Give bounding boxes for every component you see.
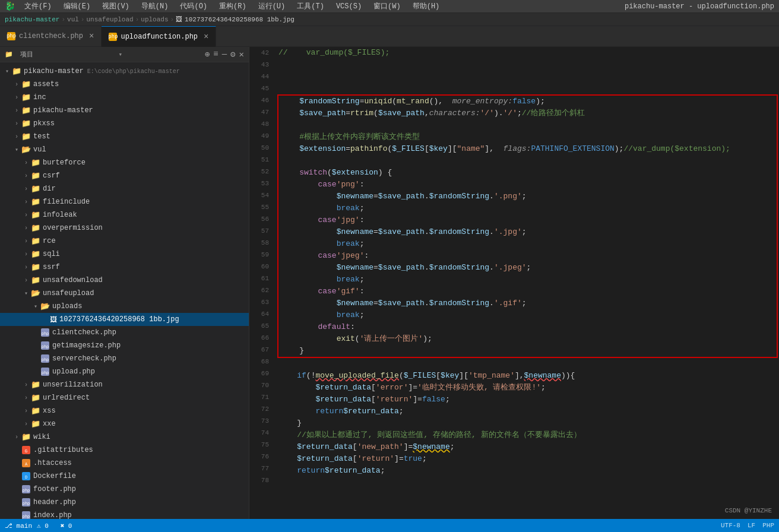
ln-75: 75 [254, 439, 269, 451]
menu-item-tools[interactable]: 工具(T) [294, 0, 327, 12]
menu-item-code[interactable]: 代码(O) [178, 0, 210, 12]
ln-49: 49 [254, 130, 269, 142]
tab-uploadfunction[interactable]: php uploadfunction.php × [102, 26, 216, 47]
tree-unsafeupload[interactable]: ▾ 📂 unsafeupload [0, 287, 249, 300]
tree-inc[interactable]: › 📁 inc [0, 91, 249, 104]
menu-item-view[interactable]: 视图(V) [100, 0, 132, 12]
ln-73: 73 [254, 415, 269, 427]
breadcrumb-file[interactable]: 🖼10273762436420258968 1bb.jpg [176, 15, 294, 23]
root-path: E:\code\php\pikachu-master [87, 68, 180, 75]
tree-unsafedownload[interactable]: › 📁 unsafedownload [0, 274, 249, 287]
menu-item-help[interactable]: 帮助(H) [410, 0, 442, 12]
tree-uploads[interactable]: ▾ 📂 uploads [0, 300, 249, 313]
menu-item-window[interactable]: 窗口(W) [371, 0, 403, 12]
test-label: test [33, 132, 50, 141]
tree-sqli[interactable]: › 📁 sqli [0, 248, 249, 261]
sqli-label: sqli [43, 250, 60, 258]
breadcrumb-root[interactable]: pikachu-master [5, 16, 59, 23]
settings-icon[interactable]: ⚙ [230, 49, 235, 59]
ln-42: 42 [254, 47, 269, 59]
tree-index[interactable]: › php index.php [0, 509, 249, 519]
new-file-icon[interactable]: ⊕ [205, 49, 210, 59]
tree-pkxss[interactable]: › 📁 pkxss [0, 117, 249, 130]
breadcrumb-vul[interactable]: vul [67, 16, 79, 23]
tree-wiki[interactable]: › 📁 wiki [0, 430, 249, 444]
xss-label: xss [43, 407, 56, 415]
tree-footer[interactable]: › php footer.php [0, 483, 249, 496]
tree-test[interactable]: › 📁 test [0, 130, 249, 143]
tree-csrf[interactable]: › 📁 csrf [0, 169, 249, 182]
burteforce-label: burteforce [43, 159, 86, 167]
dir-arrow: › [21, 186, 31, 192]
tree-gitattributes[interactable]: › G .gitattributes [0, 444, 249, 457]
minimize-icon[interactable]: ✕ [239, 49, 244, 59]
editor-area[interactable]: 42 43 44 45 46 47 48 49 50 51 52 53 54 5… [249, 47, 779, 519]
code-line-67: } [278, 345, 777, 357]
tree-fileinclude[interactable]: › 📁 fileinclude [0, 195, 249, 208]
code-line-43 [276, 59, 779, 71]
tree-htaccess[interactable]: › A .htaccess [0, 457, 249, 470]
collapse-icon[interactable]: — [222, 49, 227, 59]
tree-pikachu-master[interactable]: › 📁 pikachu-master [0, 104, 249, 117]
tree-unserilization[interactable]: › 📁 unserilization [0, 378, 249, 391]
tree-rce[interactable]: › 📁 rce [0, 235, 249, 248]
tree-xss[interactable]: › 📁 xss [0, 404, 249, 417]
getimagesize-icon: php [40, 341, 50, 350]
htaccess-label: .htaccess [33, 459, 72, 467]
bottom-git: ⎇ main [5, 522, 32, 530]
tree-xxe[interactable]: › 📁 xxe [0, 417, 249, 430]
unserilization-folder-icon: 📁 [31, 380, 40, 390]
tree-getimagesize[interactable]: › php getimagesize.php [0, 339, 249, 352]
tree-vul[interactable]: ▾ 📂 vul [0, 143, 249, 156]
tree-upload[interactable]: › php upload.php [0, 365, 249, 378]
menu-item-file[interactable]: 文件(F) [22, 0, 54, 12]
breadcrumb-unsafeupload[interactable]: unsafeupload [86, 16, 133, 23]
tree-clientcheck[interactable]: › php clientcheck.php [0, 326, 249, 339]
fileinclude-arrow: › [21, 199, 31, 205]
code-line-48 [278, 119, 777, 131]
tree-dir[interactable]: › 📁 dir [0, 182, 249, 195]
menu-item-run[interactable]: 运行(U) [256, 0, 288, 12]
svg-text:G: G [25, 448, 28, 454]
tree-infoleak[interactable]: › 📁 infoleak [0, 208, 249, 221]
tree-jpg-file[interactable]: › 🖼 10273762436420258968 1bb.jpg [0, 313, 249, 326]
menu-item-refactor[interactable]: 重构(R) [217, 0, 249, 12]
tree-assets[interactable]: › 📁 assets [0, 78, 249, 91]
ln-59: 59 [254, 249, 269, 261]
unsafedownload-folder-icon: 📁 [31, 276, 40, 285]
new-folder-icon[interactable]: ≡ [213, 49, 218, 59]
breadcrumb-uploads[interactable]: uploads [141, 16, 168, 23]
tab-clientcheck[interactable]: php clientcheck.php × [0, 26, 102, 47]
tab-uploadfunction-close[interactable]: × [204, 32, 208, 42]
rce-arrow: › [21, 238, 31, 245]
tree-burteforce[interactable]: › 📁 burteforce [0, 156, 249, 169]
tree-dockerfile[interactable]: › D Dockerfile [0, 470, 249, 483]
urlredirect-label: urlredirect [43, 394, 90, 402]
ln-76: 76 [254, 451, 269, 463]
menu-item-vcs[interactable]: VCS(S) [334, 1, 364, 12]
menu-item-nav[interactable]: 导航(N) [139, 0, 171, 12]
tree-ssrf[interactable]: › 📁 ssrf [0, 261, 249, 274]
pkxss-arrow: › [12, 121, 21, 127]
ln-61: 61 [254, 273, 269, 284]
svg-text:php: php [23, 488, 30, 493]
php-icon-uploadfunction: php [109, 33, 117, 41]
code-line-66: exit('请上传一个图片'); [278, 333, 777, 345]
csrf-label: csrf [43, 172, 60, 180]
pikachu-master-folder-icon: 📁 [21, 106, 31, 115]
dir-folder-icon: 📁 [31, 184, 40, 194]
code-line-57: $newname = $save_path.$randomString.'.jp… [278, 226, 777, 238]
tab-clientcheck-close[interactable]: × [89, 31, 94, 41]
menu-item-edit[interactable]: 编辑(E) [61, 0, 93, 12]
sidebar-header: 📁 项目 ▾ ⊕ ≡ — ⚙ ✕ [0, 47, 249, 62]
code-line-59: case 'jpeg': [278, 250, 777, 262]
line-numbers: 42 43 44 45 46 47 48 49 50 51 52 53 54 5… [249, 47, 276, 519]
tree-header[interactable]: › php header.php [0, 496, 249, 509]
tree-root[interactable]: ▾ 📁 pikachu-master E:\code\php\pikachu-m… [0, 65, 249, 78]
code-line-42: // var_dump($_FILES); [276, 47, 779, 59]
tree-overpermission[interactable]: › 📁 overpermission [0, 221, 249, 235]
svg-text:D: D [25, 475, 27, 480]
tree-servercheck[interactable]: › php servercheck.php [0, 352, 249, 365]
tree-urlredirect[interactable]: › 📁 urlredirect [0, 391, 249, 404]
code-line-56: case 'jpg': [278, 214, 777, 226]
